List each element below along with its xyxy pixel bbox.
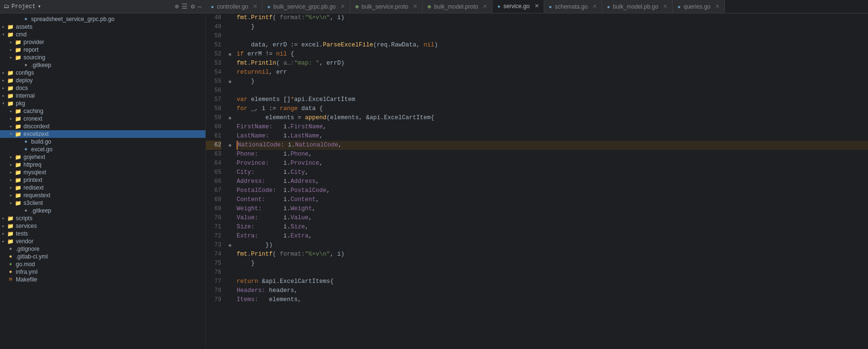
tree-item-assets[interactable]: ▸ 📁 assets (0, 23, 206, 31)
code-line-77[interactable]: return &api.ExcelCartItems{ (237, 277, 868, 286)
code-line-51[interactable]: data, errD := excel.ParseExcelFile(req.R… (237, 41, 868, 50)
code-line-48[interactable]: fmt.Printf( format: "%+v\n", i) (237, 13, 868, 23)
settings-icon[interactable]: ⚙ (191, 2, 194, 11)
tree-item-tests[interactable]: ▸ 📁 tests (0, 230, 206, 237)
code-line-74[interactable]: fmt.Printf( format: "%+v\n", i) (237, 250, 868, 259)
tab-close-button[interactable]: ✕ (663, 3, 667, 10)
code-line-53[interactable]: fmt.Println( a…: "map: ", errD) (237, 59, 868, 68)
tab-bulk_model_proto[interactable]: ◆ bulk_model.proto ✕ (423, 0, 492, 13)
code-line-69[interactable]: Weight: i.Weight, (237, 204, 868, 214)
collapse-all-icon[interactable]: ☰ (182, 2, 188, 11)
tab-bulk_service_grpc_pb_go[interactable]: ● bulk_service_grpc.pb.go ✕ (263, 0, 350, 13)
breakpoint-icon[interactable]: ◉ (228, 243, 231, 248)
breakpoint-icon[interactable]: ◉ (228, 115, 231, 121)
tab-close-button[interactable]: ✕ (715, 3, 720, 10)
line-numbers: 4849505152535455565758596061626364656667… (206, 13, 225, 349)
tab-queries_go[interactable]: ● queries.go ✕ (673, 0, 725, 13)
locate-icon[interactable]: ⊕ (175, 2, 179, 11)
tree-item-provider[interactable]: ▸ 📁 provider (0, 38, 206, 46)
tree-item-pkg[interactable]: ▾ 📁 pkg (0, 100, 206, 107)
tree-item-configs[interactable]: ▸ 📁 configs (0, 69, 206, 77)
tree-item-go_mod[interactable]: ● go.mod (0, 260, 206, 268)
code-line-63[interactable]: Phone: i.Phone, (237, 150, 868, 159)
code-line-72[interactable]: Extra: i.Extra, (237, 232, 868, 241)
code-line-68[interactable]: Content: i.Content, (237, 195, 868, 204)
chevron-down-icon[interactable]: ▾ (37, 3, 41, 10)
gutter-indicator-54 (225, 68, 235, 77)
tree-item-scripts[interactable]: ▸ 📁 scripts (0, 214, 206, 222)
tree-item-label: report (22, 46, 38, 53)
gutter-indicator-51 (225, 41, 235, 50)
code-line-73[interactable]: }) (237, 241, 868, 250)
code-line-79[interactable]: Items: elements, (237, 295, 868, 304)
tree-item-excelizext[interactable]: ▾ 📁 excelizext (0, 130, 206, 138)
tree-item-services[interactable]: ▸ 📁 services (0, 222, 206, 230)
code-line-66[interactable]: Address: i.Address, (237, 177, 868, 186)
code-line-56[interactable] (237, 86, 868, 95)
code-line-49[interactable]: } (237, 23, 868, 32)
code-line-57[interactable]: var elements []*api.ExcelCartItem (237, 95, 868, 104)
tab-close-button[interactable]: ✕ (593, 3, 597, 10)
code-line-78[interactable]: Headers: headers, (237, 286, 868, 295)
tree-item-infra_yml[interactable]: ● infra.yml (0, 268, 206, 276)
tree-item-discordext[interactable]: ▸ 📁 discordext (0, 123, 206, 130)
tree-item-gitkeep_pkg[interactable]: ● .gitkeep (0, 207, 206, 214)
breakpoint-icon[interactable]: ◉ (228, 143, 231, 148)
tree-arrow: ▸ (0, 231, 7, 236)
tree-item-gitlab_ci_yml[interactable]: ● .gitlab-ci.yml (0, 253, 206, 260)
code-line-65[interactable]: City: i.City, (237, 168, 868, 177)
tree-item-docs[interactable]: ▸ 📁 docs (0, 84, 206, 92)
tab-bulk_model_pb_go[interactable]: ● bulk_model.pb.go ✕ (602, 0, 673, 13)
tree-item-spreadsheet_service_grpc_pb_go[interactable]: ● spreadsheet_service_grpc.pb.go (0, 15, 206, 23)
tree-item-printext[interactable]: ▸ 📁 printext (0, 176, 206, 184)
code-line-70[interactable]: Value: i.Value, (237, 214, 868, 223)
close-sidebar-icon[interactable]: — (198, 3, 202, 11)
code-line-55[interactable]: } (237, 77, 868, 86)
code-line-62[interactable]: NationalCode: i.NationalCode, (237, 141, 868, 150)
tree-item-caching[interactable]: ▸ 📁 caching (0, 107, 206, 115)
tab-schemata_go[interactable]: ● schemata.go ✕ (544, 0, 602, 13)
tree-item-makefile[interactable]: M Makefile (0, 276, 206, 283)
tab-bulk_service_proto[interactable]: ◆ bulk_service.proto ✕ (350, 0, 423, 13)
code-line-61[interactable]: LastName: i.LastName, (237, 132, 868, 141)
tree-item-cmd[interactable]: ▾ 📁 cmd (0, 31, 206, 38)
tab-close-button[interactable]: ✕ (413, 3, 417, 10)
code-line-71[interactable]: Size: i.Size, (237, 223, 868, 232)
code-line-76[interactable] (237, 268, 868, 277)
tree-item-gitignore[interactable]: ● .gitignore (0, 245, 206, 253)
code-line-50[interactable] (237, 32, 868, 41)
tree-item-report[interactable]: ▸ 📁 report (0, 46, 206, 54)
code-line-60[interactable]: FirstName: i.FirstName, (237, 123, 868, 132)
tab-close-button[interactable]: ✕ (535, 3, 539, 9)
tree-item-cronext[interactable]: ▸ 📁 cronext (0, 115, 206, 123)
code-line-54[interactable]: return nil, err (237, 68, 868, 77)
tree-item-s3client[interactable]: ▸ 📁 s3client (0, 199, 206, 207)
tree-item-requestext[interactable]: ▸ 📁 requestext (0, 191, 206, 199)
tree-item-build_go[interactable]: ● build.go (0, 138, 206, 146)
tree-item-gojehext[interactable]: ▸ 📁 gojehext (0, 153, 206, 161)
breakpoint-icon[interactable]: ◉ (228, 79, 231, 84)
code-line-67[interactable]: PostalCode: i.PostalCode, (237, 186, 868, 195)
tab-controller_go[interactable]: ● controller.go ✕ (206, 0, 263, 13)
tab-close-button[interactable]: ✕ (483, 3, 487, 10)
tree-item-vendor[interactable]: ▸ 📁 vendor (0, 237, 206, 245)
tree-item-internal[interactable]: ▸ 📁 internal (0, 92, 206, 100)
code-line-59[interactable]: elements = append(elements, &api.ExcelCa… (237, 113, 868, 123)
code-area[interactable]: fmt.Printf( format: "%+v\n", i) } data, … (235, 13, 868, 349)
tree-item-deploy[interactable]: ▸ 📁 deploy (0, 77, 206, 84)
tree-item-excel_go[interactable]: ● excel.go (0, 146, 206, 153)
tree-item-gitkeep_cmd[interactable]: ● .gitkeep (0, 61, 206, 69)
tree-item-sourcing[interactable]: ▸ 📁 sourcing (0, 54, 206, 61)
code-line-52[interactable]: if errM != nil { (237, 50, 868, 59)
tree-item-redisext[interactable]: ▸ 📁 redisext (0, 184, 206, 191)
code-line-75[interactable]: } (237, 259, 868, 268)
file-tree: ● spreadsheet_service_grpc.pb.go ▸ 📁 ass… (0, 13, 206, 349)
code-line-64[interactable]: Province: i.Province, (237, 159, 868, 168)
tab-close-button[interactable]: ✕ (341, 3, 345, 10)
tab-service_go[interactable]: ● service.go ✕ (492, 0, 544, 13)
breakpoint-icon[interactable]: ◉ (228, 52, 231, 57)
tree-item-mysqlext[interactable]: ▸ 📁 mysqlext (0, 169, 206, 176)
tab-close-button[interactable]: ✕ (253, 3, 257, 10)
tree-item-httpreq[interactable]: ▸ 📁 httpreq (0, 161, 206, 169)
code-line-58[interactable]: for _, i := range data { (237, 104, 868, 113)
